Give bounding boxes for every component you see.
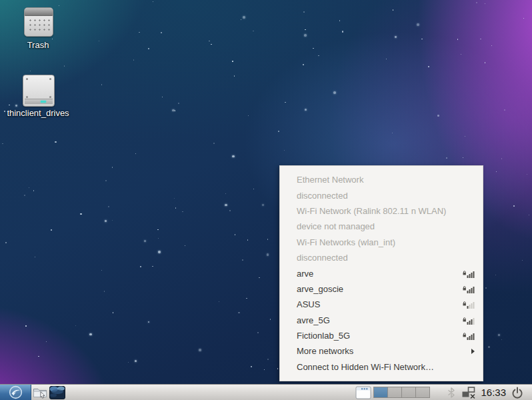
desktop-pager[interactable] bbox=[374, 387, 430, 398]
thinclient-drives-label: thinclient_drives bbox=[4, 109, 72, 119]
submenu-arrow-icon bbox=[471, 349, 475, 354]
wifi-signal-lock-icon bbox=[463, 285, 475, 293]
menu-item-label: Fictionlab_5G bbox=[297, 331, 457, 341]
menu-wifi-item[interactable]: ASUS bbox=[280, 297, 483, 312]
logout-button[interactable] bbox=[511, 387, 523, 399]
menu-item-label: ASUS bbox=[297, 299, 457, 309]
menu-status-item: device not managed bbox=[280, 219, 483, 234]
menu-status-item: disconnected bbox=[280, 250, 483, 265]
wifi-signal-lock-icon bbox=[463, 300, 475, 309]
menu-status-item: Wi-Fi Networks (wlan_int) bbox=[280, 235, 483, 250]
menu-item-label: Ethernet Network bbox=[297, 175, 475, 185]
trash-icon bbox=[24, 7, 53, 37]
menu-action-item[interactable]: Connect to Hidden Wi-Fi Network… bbox=[280, 359, 483, 375]
tray-window-button[interactable] bbox=[355, 385, 372, 400]
network-menu: Ethernet NetworkdisconnectedWi-Fi Networ… bbox=[279, 165, 483, 381]
desktop-globe-launcher[interactable] bbox=[49, 385, 66, 400]
tray-window-icon bbox=[355, 386, 371, 399]
desktop-icon-trash[interactable] bbox=[24, 7, 53, 37]
pager-desktop-4[interactable] bbox=[415, 387, 430, 398]
wifi-signal-lock-icon bbox=[463, 269, 475, 278]
menu-status-item: disconnected bbox=[280, 187, 483, 203]
menu-wifi-item[interactable]: arve bbox=[280, 265, 483, 281]
network-disconnected-icon bbox=[461, 387, 476, 399]
file-manager-launcher[interactable] bbox=[31, 385, 49, 400]
menu-wifi-item[interactable]: avre_5G bbox=[280, 313, 483, 328]
menu-item-label: Wi-Fi Network (Ralink 802.11 n WLAN) bbox=[297, 206, 475, 216]
network-status-button[interactable] bbox=[461, 387, 476, 399]
menu-item-label: device not managed bbox=[297, 221, 475, 231]
desktop-screen: Trash thinclient_drives Ethernet Network… bbox=[0, 0, 532, 400]
desktop-icon-thinclient-drives[interactable] bbox=[23, 75, 55, 107]
menu-status-item: Ethernet Network bbox=[280, 172, 483, 187]
menu-wifi-item[interactable]: Fictionlab_5G bbox=[280, 328, 483, 343]
menu-item-label: More networks bbox=[297, 346, 466, 356]
file-manager-icon bbox=[33, 386, 47, 399]
bluetooth-button[interactable] bbox=[447, 387, 455, 398]
taskbar-clock: 16:33 bbox=[481, 387, 506, 398]
menu-item-label: arve_goscie bbox=[297, 284, 457, 294]
bluetooth-icon bbox=[447, 387, 455, 398]
wifi-signal-lock-icon bbox=[463, 316, 475, 325]
drive-icon bbox=[23, 75, 55, 107]
power-icon bbox=[511, 387, 523, 399]
start-menu-icon bbox=[9, 385, 23, 399]
menu-item-label: avre_5G bbox=[297, 315, 457, 325]
pager-desktop-3[interactable] bbox=[401, 387, 416, 398]
pager-desktop-2[interactable] bbox=[387, 387, 402, 398]
menu-submenu-item[interactable]: More networks bbox=[280, 343, 483, 359]
menu-item-label: Connect to Hidden Wi-Fi Network… bbox=[297, 362, 475, 372]
desktop-globe-icon bbox=[49, 386, 65, 399]
wifi-signal-lock-icon bbox=[463, 331, 475, 340]
menu-wifi-item[interactable]: arve_goscie bbox=[280, 281, 483, 297]
menu-item-label: Wi-Fi Networks (wlan_int) bbox=[297, 237, 475, 247]
pager-desktop-1[interactable] bbox=[373, 387, 388, 398]
menu-item-label: arve bbox=[297, 269, 457, 279]
menu-status-item: Wi-Fi Network (Ralink 802.11 n WLAN) bbox=[280, 203, 483, 219]
window-tasklist[interactable] bbox=[66, 385, 355, 400]
start-menu-button[interactable] bbox=[0, 385, 31, 400]
menu-item-label: disconnected bbox=[297, 191, 475, 201]
trash-label: Trash bbox=[11, 41, 65, 51]
menu-item-label: disconnected bbox=[297, 253, 475, 263]
taskbar: 16:33 bbox=[0, 384, 532, 400]
